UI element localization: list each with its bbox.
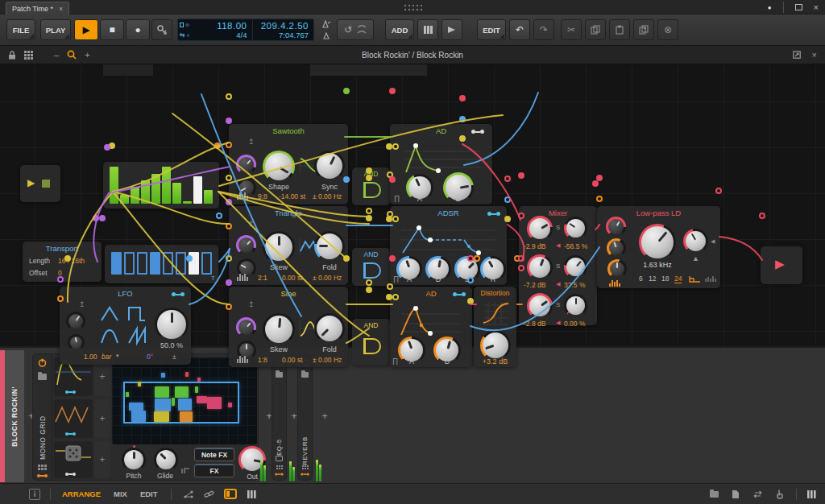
port[interactable] (366, 215, 372, 221)
port[interactable] (57, 276, 64, 283)
keytrack-icon[interactable] (237, 356, 248, 363)
module-gates[interactable]: T (105, 245, 218, 283)
sine-fold-knob[interactable] (314, 313, 345, 344)
mixer-pan-2[interactable]: 37.5 % (564, 281, 585, 289)
port[interactable] (226, 279, 232, 286)
port[interactable] (467, 255, 474, 262)
mixer-pan-knob-2[interactable] (564, 255, 587, 279)
port[interactable] (504, 216, 511, 222)
port[interactable] (93, 215, 99, 221)
cut-button[interactable]: ✂ (561, 19, 582, 40)
keytrack-icon[interactable] (237, 274, 248, 281)
copy-button[interactable] (585, 19, 606, 40)
module-distortion[interactable]: Distortion +3.2 dB (474, 287, 516, 367)
tab-close-icon[interactable]: × (59, 5, 63, 13)
step-bar[interactable] (110, 167, 118, 204)
lfo-phase-value[interactable]: 0° (147, 353, 153, 361)
retrigger-icon[interactable]: ↥ (248, 300, 255, 308)
lfo-amount-knob[interactable] (155, 308, 189, 341)
port[interactable] (596, 175, 603, 181)
dual-display-icon[interactable] (806, 490, 817, 499)
port[interactable] (504, 196, 511, 203)
metronome-icon[interactable] (322, 32, 331, 39)
port[interactable] (226, 93, 232, 100)
lfo-shape-knob[interactable] (66, 312, 85, 331)
filter-shape-icon[interactable] (689, 275, 702, 283)
port[interactable] (759, 213, 765, 219)
add-button[interactable]: ADD (385, 19, 414, 40)
port[interactable] (366, 208, 372, 214)
cue-marker-icon[interactable] (322, 20, 331, 28)
device-io-icon[interactable] (37, 474, 48, 477)
port[interactable] (366, 175, 372, 181)
modulator-slot-lfo[interactable] (54, 399, 93, 438)
info-button[interactable]: i (29, 489, 40, 500)
loop-group[interactable]: ↺ (337, 19, 374, 40)
port[interactable] (386, 294, 392, 300)
sine-fine[interactable]: ± 0.00 Hz (313, 356, 342, 364)
saw-sync-knob[interactable] (314, 151, 345, 181)
port[interactable] (592, 180, 599, 187)
retrigger-icon[interactable]: ↥ (248, 138, 255, 146)
step-bar[interactable] (120, 195, 129, 204)
port[interactable] (389, 176, 396, 183)
port[interactable] (392, 143, 399, 150)
module-sine[interactable]: Sine ↥ Skew Fold 1:8 0.00 st ± 0.00 Hz (229, 287, 348, 367)
mute-icon-1[interactable]: ◀ (556, 242, 560, 249)
port[interactable] (366, 167, 372, 174)
midi-mapping-button[interactable]: w (151, 19, 172, 40)
step-bar[interactable] (151, 174, 160, 204)
port[interactable] (459, 116, 466, 122)
trigger-gate-icon[interactable] (42, 180, 50, 188)
expand-icon[interactable] (276, 456, 283, 461)
port[interactable] (518, 213, 524, 219)
module-sawtooth[interactable]: Sawtooth ↥ Shape Sync 9:8 -14.00 st ± 0.… (229, 124, 348, 204)
port[interactable] (226, 175, 232, 181)
mixer-panel-toggle[interactable] (247, 490, 257, 499)
module-audio-out[interactable]: ▶ (761, 246, 802, 284)
rate-dropdown-icon[interactable]: ▾ (116, 353, 119, 359)
editor-close-icon[interactable]: × (812, 50, 817, 60)
port[interactable] (389, 255, 396, 262)
arrange-tab[interactable]: ARRANGE (62, 490, 101, 498)
adsr-env-display[interactable] (396, 222, 500, 256)
file-button[interactable]: FILE (6, 19, 35, 40)
module-steps[interactable] (103, 162, 219, 209)
mixer-level-knob-1[interactable] (527, 216, 553, 242)
solo-button-3[interactable]: S (556, 301, 560, 308)
port[interactable] (214, 143, 221, 149)
device-power-icon[interactable] (38, 358, 47, 367)
tri-transpose[interactable]: 0.00 st (282, 274, 303, 282)
eq5-device[interactable]: EQ-5 (272, 353, 287, 481)
delete-button[interactable]: ⊗ (657, 19, 678, 40)
saw-shape-knob[interactable] (263, 151, 295, 183)
add-clip-button[interactable] (442, 19, 462, 40)
device-panel-toggle[interactable] (224, 489, 237, 499)
mute-icon-2[interactable]: ◀ (556, 281, 560, 287)
sine-ratio[interactable]: 1:8 (258, 356, 267, 364)
play-menu-button[interactable]: PLAY (40, 19, 71, 40)
tri-fold-knob[interactable] (314, 231, 345, 262)
port[interactable] (216, 213, 222, 219)
device-io-icon[interactable] (275, 473, 283, 475)
position-display[interactable]: 209.4.2.50 7:04.767 (253, 19, 314, 40)
module-trigger[interactable]: ▶ (20, 165, 60, 202)
maximize-icon[interactable] (795, 4, 802, 10)
keytrack-icon[interactable] (237, 192, 248, 200)
track-header[interactable]: BLOCK ROCKIN' (5, 350, 24, 482)
detach-icon[interactable] (793, 51, 801, 59)
solo-button-2[interactable]: S (556, 262, 560, 270)
step-bar[interactable] (204, 190, 213, 204)
edit-button[interactable]: EDIT (477, 19, 506, 40)
port[interactable] (504, 176, 511, 182)
port[interactable] (226, 118, 232, 124)
record-button[interactable]: ● (126, 19, 150, 40)
step-bar[interactable] (141, 180, 150, 204)
mixer-level-3[interactable]: -2.8 dB (524, 320, 545, 328)
saw-ratio[interactable]: 9:8 (258, 192, 267, 200)
cutoff-mod-knob-1[interactable] (606, 217, 626, 237)
port[interactable] (186, 255, 193, 262)
mute-icon-3[interactable]: ◀ (556, 320, 560, 326)
add-instrument-button[interactable] (417, 19, 438, 40)
cutoff-mod-knob-2[interactable] (607, 238, 626, 258)
